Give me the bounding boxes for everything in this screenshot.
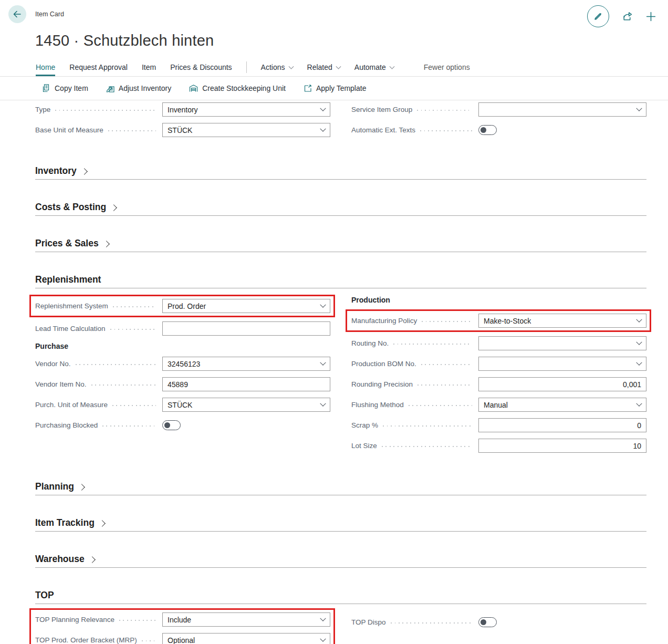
chevron-down-icon: [636, 316, 642, 322]
field-row: Type Inventory: [35, 102, 330, 117]
vendor-item-no-input[interactable]: 45889: [162, 377, 330, 391]
section-item-tracking[interactable]: Item Tracking: [35, 517, 646, 532]
menu-related[interactable]: Related: [307, 61, 340, 76]
routing-no-combobox[interactable]: [478, 336, 646, 350]
toggle-holder: [478, 125, 646, 135]
top-prod-order-bracket-combobox[interactable]: Optional: [162, 633, 330, 644]
section-top[interactable]: TOP: [35, 590, 646, 604]
warehouse-icon: [189, 84, 198, 92]
action-bar: Copy Item Adjust Inventory Create Stockk…: [0, 77, 668, 100]
field-row: Vendor No. 32456123: [35, 357, 330, 371]
manufacturing-policy-combobox[interactable]: Make-to-Stock: [478, 314, 646, 328]
purch-unit-of-measure-combobox[interactable]: STÜCK: [162, 398, 330, 412]
field-row: TOP Planning Relevance Include: [35, 612, 330, 627]
service-item-group-combobox[interactable]: [478, 102, 646, 117]
base-unit-of-measure-combobox[interactable]: STÜCK: [162, 123, 330, 137]
field-label: TOP Planning Relevance: [35, 616, 114, 624]
field-label: TOP Prod. Order Bracket (MRP): [35, 636, 137, 644]
lot-size-input[interactable]: 10: [478, 439, 646, 453]
dotted-leader: [382, 446, 472, 447]
chevron-down-icon: [636, 359, 642, 365]
production-bom-no-combobox[interactable]: [478, 357, 646, 371]
dotted-leader: [142, 640, 156, 641]
toggle-holder: [162, 420, 330, 430]
adjust-inventory-button[interactable]: Adjust Inventory: [106, 84, 171, 92]
section-title: Planning: [35, 481, 74, 492]
section-costs-posting[interactable]: Costs & Posting: [35, 202, 646, 216]
fewer-options-button[interactable]: Fewer options: [424, 61, 470, 76]
field-label-wrap: Base Unit of Measure: [35, 126, 162, 134]
edit-button[interactable]: [587, 5, 609, 27]
lead-time-calculation-input[interactable]: [162, 321, 330, 336]
field-row: TOP Prod. Order Bracket (MRP) Optional: [35, 633, 330, 644]
chevron-down-icon: [389, 64, 394, 69]
field-label: Scrap %: [351, 421, 378, 429]
field-row: Replenishment System Prod. Order: [35, 299, 330, 313]
page-action-icons: [587, 5, 660, 27]
general-left-column: Type Inventory Base Unit of Measure STÜC…: [35, 102, 330, 143]
tab-item[interactable]: Item: [142, 61, 156, 76]
top-dispo-toggle[interactable]: [478, 617, 497, 627]
general-right-column: Service Item Group Automatic Ext. Texts: [351, 102, 646, 143]
tab-prices-discounts[interactable]: Prices & Discounts: [170, 61, 232, 76]
field-label: Manufacturing Policy: [351, 317, 417, 325]
rounding-precision-input[interactable]: 0,001: [478, 377, 646, 391]
field-value: 0: [484, 421, 641, 430]
field-label-wrap: TOP Dispo: [351, 618, 478, 626]
dotted-leader: [91, 385, 156, 386]
card-content: Type Inventory Base Unit of Measure STÜC…: [0, 100, 668, 644]
automatic-ext-texts-toggle[interactable]: [478, 125, 497, 135]
field-value: Manual: [484, 401, 633, 409]
menu-actions[interactable]: Actions: [261, 61, 293, 76]
field-label-wrap: Rounding Precision: [351, 380, 478, 388]
purchasing-blocked-toggle[interactable]: [162, 420, 181, 430]
copy-item-button[interactable]: Copy Item: [42, 84, 88, 92]
section-replenishment[interactable]: Replenishment: [35, 274, 646, 288]
dotted-leader: [110, 329, 156, 330]
share-icon: [622, 11, 633, 22]
create-stockkeeping-unit-button[interactable]: Create Stockkeeping Unit: [189, 84, 286, 92]
field-row: Automatic Ext. Texts: [351, 123, 646, 137]
chevron-right-icon: [99, 520, 106, 527]
top-planning-relevance-combobox[interactable]: Include: [162, 612, 330, 627]
apply-template-button[interactable]: Apply Template: [304, 84, 366, 92]
field-row: Scrap % 0: [351, 418, 646, 432]
section-inventory[interactable]: Inventory: [35, 165, 646, 180]
chevron-right-icon: [78, 484, 85, 491]
field-label-wrap: Automatic Ext. Texts: [351, 126, 478, 134]
field-row: Purchasing Blocked: [35, 418, 330, 432]
section-title: Costs & Posting: [35, 202, 106, 213]
field-label: Routing No.: [351, 339, 389, 347]
field-label-wrap: Vendor Item No.: [35, 380, 162, 388]
section-planning[interactable]: Planning: [35, 481, 646, 495]
share-button[interactable]: [622, 11, 633, 22]
field-row: Lot Size 10: [351, 439, 646, 453]
field-label-wrap: Flushing Method: [351, 401, 478, 409]
replenishment-left-column: Replenishment System Prod. Order Lead Ti…: [35, 295, 330, 439]
dotted-leader: [108, 130, 156, 131]
tab-request-approval[interactable]: Request Approval: [69, 61, 128, 76]
field-value: 10: [484, 442, 641, 450]
field-label-wrap: Replenishment System: [35, 302, 162, 310]
section-prices-sales[interactable]: Prices & Sales: [35, 238, 646, 252]
dotted-leader: [420, 130, 472, 131]
vendor-no-combobox[interactable]: 32456123: [162, 357, 330, 371]
field-label-wrap: Lot Size: [351, 442, 478, 450]
field-label: Purch. Unit of Measure: [35, 401, 108, 409]
menu-automate[interactable]: Automate: [354, 61, 394, 76]
field-label: Flushing Method: [351, 401, 404, 409]
field-label-wrap: Production BOM No.: [351, 360, 478, 368]
chevron-down-icon: [636, 339, 642, 345]
section-warehouse[interactable]: Warehouse: [35, 554, 646, 568]
type-combobox[interactable]: Inventory: [162, 102, 330, 117]
chevron-down-icon: [320, 359, 326, 365]
field-row: Production BOM No.: [351, 357, 646, 371]
scrap-percent-input[interactable]: 0: [478, 418, 646, 432]
section-title: Warehouse: [35, 554, 85, 565]
flushing-method-combobox[interactable]: Manual: [478, 398, 646, 412]
tab-home[interactable]: Home: [36, 61, 55, 76]
replenishment-system-combobox[interactable]: Prod. Order: [162, 299, 330, 313]
back-button[interactable]: [8, 5, 26, 23]
add-button[interactable]: [645, 11, 656, 22]
highlight-box-top-planning: TOP Planning Relevance Include TOP Prod.…: [29, 608, 335, 644]
